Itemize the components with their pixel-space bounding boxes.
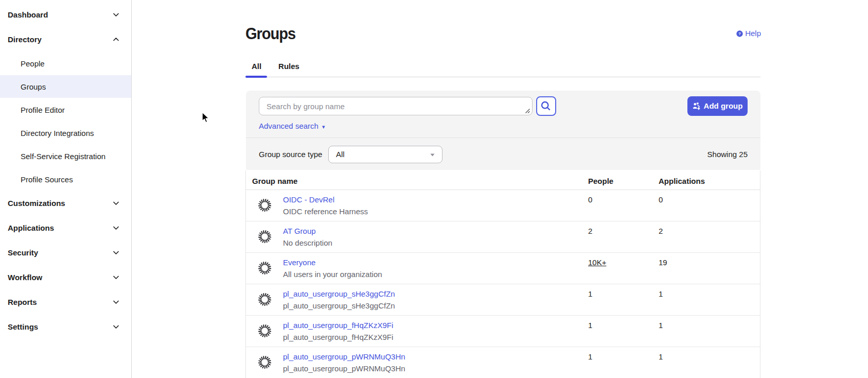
svg-text:?: ? [738,31,741,36]
